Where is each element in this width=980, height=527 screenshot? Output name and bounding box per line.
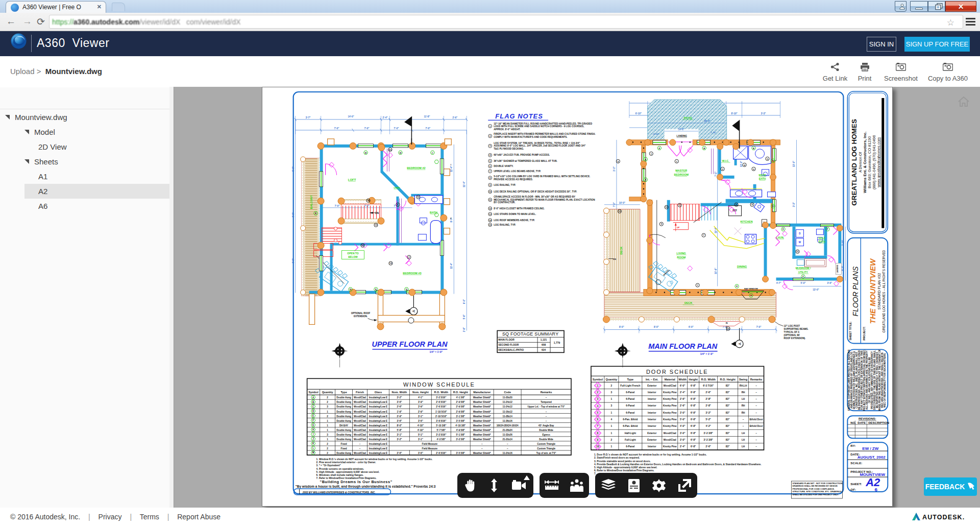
svg-text:2'-9 5/8": 2'-9 5/8" [456,405,465,408]
svg-text:D: D [312,410,314,413]
svg-text:8'-1": 8'-1" [842,266,844,271]
svg-text:5: 5 [489,160,491,162]
svg-text:–: – [743,425,744,427]
svg-text:7'-0": 7'-0" [364,205,370,207]
svg-text:83": 83" [726,439,730,441]
svg-text:Williams Ent. & Constructors,: Williams Ent. & Constructors, Inc. [863,132,867,193]
svg-text:Double Wide: Double Wide [539,429,553,432]
svg-text:7'-0": 7'-0" [364,127,370,130]
svg-text:Weather Shield*: Weather Shield* [473,420,491,422]
svg-text:Insulating/Low E: Insulating/Low E [369,434,387,436]
svg-text:Type: Type [627,378,634,381]
svg-text:–: – [507,443,508,445]
svg-text:Code: Code [504,391,510,394]
svg-text:Double Hung: Double Hung [336,401,351,403]
svg-text:LOFT: LOFT [348,178,356,181]
svg-text:4. Provide Deadbolt & Loc: 4. Provide Deadbolt & Locking Handles on… [594,463,762,466]
svg-text:3. Provide stainable wood: 3. Provide stainable wood jambs on wood … [594,460,651,463]
svg-text:–: – [481,443,483,445]
svg-text:OPEN TO: OPEN TO [347,252,358,255]
svg-text:Insulating/Low E: Insulating/Low E [369,420,387,422]
svg-text:2: 2 [327,447,328,450]
svg-text:GREATLAND LOG HOMES – ALL: GREATLAND LOG HOMES – ALL RIGHTS RESERVE… [882,250,886,332]
svg-text:F: F [802,275,804,278]
svg-text:6'-8": 6'-8" [691,425,696,427]
svg-text:6. Refer to Window/Door I: 6. Refer to Window/Door Installation/Tri… [594,469,654,472]
svg-text:F: F [827,228,828,230]
svg-text:LOGS WITH FULL SCRIBE AND: LOGS WITH FULL SCRIBE AND SADDLE NOTCH C… [494,125,584,128]
svg-text:6. Windows shall include: 6. Windows shall include nailing flanges… [316,474,364,476]
svg-text:7'-0": 7'-0" [426,127,431,130]
svg-text:5'-1": 5'-1" [418,434,423,436]
svg-text:6-Panel: 6-Panel [626,412,634,414]
svg-text:A Division Of: A Division Of [859,152,862,173]
svg-text:C: C [312,405,314,408]
svg-text:K: K [350,288,351,291]
svg-text:C: C [772,160,774,162]
svg-text:Wood/Clad: Wood/Clad [354,424,366,427]
svg-text:13: 13 [489,213,492,215]
svg-text:–: – [546,420,547,422]
svg-text:7'-0": 7'-0" [394,127,399,130]
svg-text:3'-5 5/8": 3'-5 5/8" [456,452,465,454]
svg-text:2'-6": 2'-6" [452,116,457,119]
svg-text:LH: LH [742,398,745,400]
svg-text:Width: Width [679,378,687,381]
svg-text:4: 4 [597,405,599,408]
svg-text:7. Refer to Window/Door I: 7. Refer to Window/Door Installation/Tri… [316,477,377,480]
svg-text:Weather Shield*: Weather Shield* [473,415,491,418]
svg-text:LOG RAILING, TYP.: LOG RAILING, TYP. [494,184,516,186]
svg-text:RH,LH: RH,LH [740,385,747,387]
svg-text:6'-10": 6'-10" [653,133,659,135]
svg-text:7'-0": 7'-0" [335,205,340,207]
svg-text:2'-6": 2'-6" [680,404,685,407]
svg-text:Fixed: Fixed [341,443,347,445]
svg-text:1,121: 1,121 [541,338,547,341]
svg-text:3'-6 5/16": 3'-6 5/16" [436,420,446,422]
svg-text:7: 7 [597,425,599,427]
svg-text:Tempered: Tempered [541,401,552,403]
svg-text:7'-10": 7'-10" [710,131,716,134]
svg-text:6-Pan. Bifold: 6-Pan. Bifold [623,425,638,427]
svg-text:2: 2 [489,135,491,137]
svg-text:BALCONY: BALCONY [310,195,313,209]
svg-text:DECK: DECK [684,301,693,304]
svg-text:3'-7": 3'-7" [306,116,311,119]
svg-text:W.I.C.: W.I.C. [722,159,729,162]
svg-text:Wood/Clad: Wood/Clad [354,401,366,403]
svg-text:Remarks: Remarks [541,391,552,394]
svg-text:L: L [312,447,314,449]
svg-text:3: 3 [489,145,491,147]
svg-text:6-Panel: 6-Panel [626,391,634,394]
svg-text:Finish: Finish [356,391,364,394]
svg-text:3'-5 5/8": 3'-5 5/8" [456,420,465,422]
svg-text:3'-0": 3'-0" [680,439,685,441]
svg-text:B: B [312,401,314,403]
svg-text:DOUBLE VANITY.: DOUBLE VANITY. [494,165,513,167]
svg-text:Insulating/Low E: Insulating/Low E [369,396,387,399]
svg-text:3: 3 [327,434,328,436]
svg-text:DRAWINGS SHALL BE REVIEWED BY: DRAWINGS SHALL BE REVIEWED BY DESIGN [792,485,837,487]
svg-text:1. Door R.O.'s shown do: 1. Door R.O.'s shown do NOT account for … [594,453,707,456]
svg-text:DINING: DINING [737,265,747,268]
svg-text:A: A [645,158,646,161]
svg-text:AUGUST, 2002: AUGUST, 2002 [857,455,886,460]
svg-text:2'-6": 2'-6" [397,452,402,454]
svg-text:EXTENSION.: EXTENSION. [354,315,368,318]
svg-text:Wood/Clad: Wood/Clad [354,438,366,441]
svg-text:Wood/Clad: Wood/Clad [354,434,366,436]
svg-text:Weather Shield*: Weather Shield* [473,429,491,432]
svg-text:Interior: Interior [648,418,656,421]
svg-text:6'-8": 6'-8" [691,418,696,421]
svg-text:11-24x16: 11-24x16 [503,452,513,454]
svg-text:Box 683; Gunnison, CO 81230: Box 683; Gunnison, CO 81230 [867,136,872,188]
svg-text:Interior: Interior [648,445,656,448]
svg-text:6'-0": 6'-0" [463,299,465,304]
svg-text:45° Angle Bay: 45° Angle Bay [538,424,554,427]
svg-text:Full-Light French: Full-Light French [620,385,640,387]
svg-text:K: K [312,442,314,445]
svg-text:11'-4": 11'-4" [450,263,453,269]
svg-text:13'-0": 13'-0" [813,289,819,291]
svg-text:2'-10 5/16": 2'-10 5/16" [435,415,447,418]
svg-text:4'-3 5/8": 4'-3 5/8" [437,438,446,441]
